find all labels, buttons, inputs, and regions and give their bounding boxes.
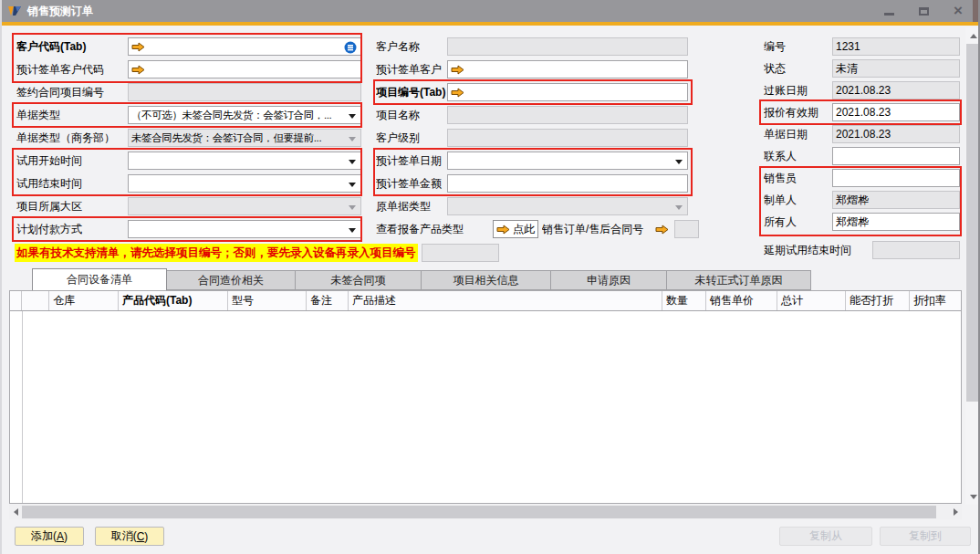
field-value: 郑熠桦 <box>836 214 869 230</box>
field-label: 计划付款方式 <box>16 222 128 237</box>
form-row: 单据类型 （不可选）未签合同先发货：会签订合同，... <box>16 105 361 125</box>
tab-apply-reason[interactable]: 申请原因 <box>551 270 667 290</box>
document-type-biz-dropdown: 未签合同先发货：会签订合同，但要提前... <box>128 129 361 147</box>
down-arrow-icon <box>970 495 977 499</box>
field-label: 客户名称 <box>376 39 447 55</box>
trial-start-dropdown[interactable] <box>128 152 361 170</box>
col-header-index <box>22 291 49 310</box>
button-shortcut: C <box>137 530 145 543</box>
salesperson-input[interactable] <box>832 169 960 187</box>
field-value: 2021.08.23 <box>836 84 891 97</box>
titlebar: 销售预测订单 × <box>2 0 978 22</box>
field-label: 制单人 <box>764 193 832 208</box>
expected-sign-customer-code-input[interactable] <box>128 60 361 78</box>
expected-sign-customer-input[interactable] <box>447 60 688 78</box>
tab-label: 未签合同项 <box>331 273 386 288</box>
field-label: 单据类型（商务部） <box>16 131 128 146</box>
status-field: 未清 <box>832 59 960 78</box>
col-header-model: 型号 <box>228 291 307 310</box>
table-body-empty[interactable] <box>10 311 961 503</box>
horizontal-scrollbar <box>9 505 962 519</box>
scroll-right-button[interactable] <box>949 505 962 519</box>
quote-valid-date-input[interactable]: 2021.08.23 <box>832 103 960 121</box>
link-arrow-icon[interactable] <box>451 65 464 75</box>
form-row: 试用结束时间 <box>16 173 361 193</box>
view-report-product-link[interactable]: 点此 <box>493 220 538 238</box>
project-name-field <box>447 106 688 124</box>
field-label: 试用开始时间 <box>16 153 128 169</box>
owner-input[interactable]: 郑熠桦 <box>832 213 960 231</box>
form-row: 项目编号(Tab) <box>376 82 699 102</box>
doc-creator-field: 郑熠桦 <box>832 191 960 209</box>
contact-person-input[interactable] <box>832 147 960 165</box>
field-label: 销售订单/售后合同号 <box>542 222 653 237</box>
trial-end-dropdown[interactable] <box>128 174 361 193</box>
scroll-left-button[interactable] <box>9 505 22 519</box>
field-label: 签约合同项目编号 <box>16 85 128 100</box>
doc-number-field: 1231 <box>832 37 960 56</box>
maximize-icon <box>919 7 929 16</box>
tab-unsigned-contract-items[interactable]: 未签合同项 <box>296 270 422 290</box>
click-here-label[interactable]: 点此 <box>513 222 535 237</box>
link-arrow-icon[interactable] <box>655 225 669 235</box>
window-title: 销售预测订单 <box>27 4 93 19</box>
horizontal-scroll-thumb[interactable] <box>22 506 936 518</box>
field-value: 未签合同先发货：会签订合同，但要提前... <box>131 131 321 145</box>
form-row: 签约合同项目编号 <box>16 82 361 102</box>
vertical-scroll-thumb[interactable] <box>966 44 980 402</box>
tab-project-info[interactable]: 项目相关信息 <box>422 270 551 290</box>
document-type-dropdown[interactable]: （不可选）未签合同先发货：会签订合同，... <box>128 106 361 124</box>
tab-not-converted-reason[interactable]: 未转正式订单原因 <box>667 270 811 290</box>
tab-label: 未转正式订单原因 <box>695 273 783 288</box>
field-value: 2021.08.23 <box>836 128 891 141</box>
vertical-scrollbar <box>965 27 980 505</box>
button-label: 复制到 <box>909 528 942 544</box>
field-label: 项目所属大区 <box>16 199 128 214</box>
form-row: 销售员 <box>764 168 960 188</box>
form-column-middle: 客户名称 预计签单客户 项目编号(Tab) 项目名称 客户级别 预计签 <box>376 37 699 242</box>
field-label: 销售员 <box>764 171 832 186</box>
tab-contract-pricing[interactable]: 合同造价相关 <box>167 270 296 290</box>
tab-label: 合同设备清单 <box>67 272 132 287</box>
link-arrow-icon[interactable] <box>131 42 145 52</box>
minimize-button[interactable] <box>881 4 896 18</box>
link-arrow-icon[interactable] <box>131 65 145 75</box>
payment-plan-dropdown[interactable] <box>128 220 361 238</box>
link-arrow-icon[interactable] <box>496 225 510 235</box>
form-row: 项目所属大区 <box>16 196 361 216</box>
field-label: 延期试用结束时间 <box>764 243 872 258</box>
field-value: 2021.08.23 <box>836 106 891 119</box>
expected-sign-amount-input[interactable] <box>447 174 688 193</box>
add-button[interactable]: 添加(A) <box>15 527 84 546</box>
field-label: 项目编号(Tab) <box>376 85 447 100</box>
link-arrow-icon[interactable] <box>451 88 464 98</box>
close-button[interactable]: × <box>951 4 965 18</box>
minimize-icon <box>884 13 894 16</box>
contract-project-no-field <box>128 83 361 101</box>
posting-date-field: 2021.08.23 <box>832 81 960 99</box>
field-value: 未清 <box>836 61 858 77</box>
col-header-discount-rate: 折扣率 <box>910 291 961 310</box>
field-label: 客户级别 <box>376 131 447 146</box>
field-label: 原单据类型 <box>376 199 447 214</box>
expected-sign-date-dropdown[interactable] <box>447 152 688 170</box>
accent-line <box>2 22 978 26</box>
scroll-up-button[interactable] <box>965 29 980 42</box>
form-row: 单据日期 2021.08.23 <box>764 124 960 144</box>
field-label: 编号 <box>764 39 832 55</box>
form-row: 预计签单金额 <box>376 173 699 193</box>
choose-from-list-icon[interactable] <box>344 41 357 54</box>
field-label: 试用结束时间 <box>16 176 128 192</box>
customer-level-field <box>447 129 688 147</box>
tab-contract-equipment-list[interactable]: 合同设备清单 <box>32 268 167 290</box>
button-label: 添加( <box>31 528 57 544</box>
scroll-down-button[interactable] <box>965 490 980 503</box>
button-label: ) <box>144 530 148 543</box>
customer-code-input[interactable] <box>128 37 361 56</box>
maximize-button[interactable] <box>916 4 931 18</box>
cancel-button[interactable]: 取消(C) <box>95 527 164 546</box>
extended-trial-end-field <box>872 241 960 259</box>
project-no-input[interactable] <box>447 83 688 101</box>
button-label: 复制从 <box>809 528 842 544</box>
left-arrow-icon <box>14 508 18 516</box>
